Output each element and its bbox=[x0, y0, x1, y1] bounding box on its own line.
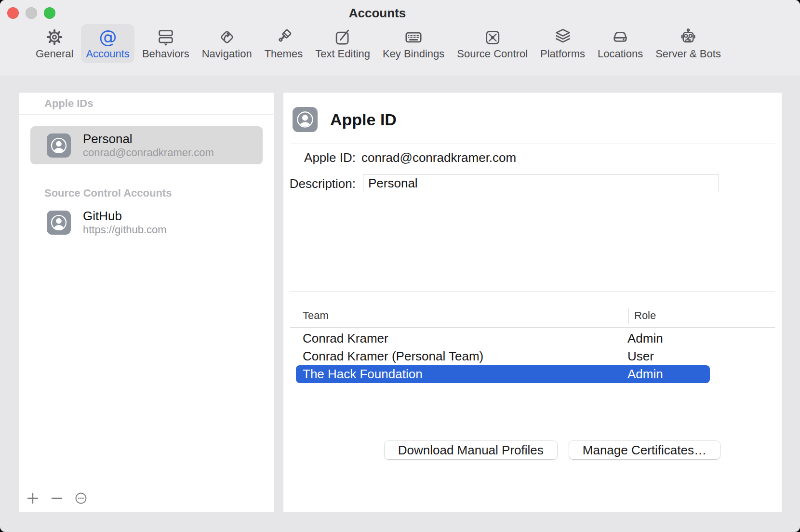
role-cell: Admin bbox=[622, 367, 663, 382]
drive-icon bbox=[610, 27, 630, 47]
divider bbox=[290, 144, 775, 144]
minus-icon remove-account-button[interactable] bbox=[50, 491, 64, 505]
description-label: Description: bbox=[283, 176, 356, 191]
account-subtitle: https://github.com bbox=[83, 224, 167, 236]
window-title: Accounts bbox=[349, 6, 406, 21]
tab-accounts[interactable]: @ Accounts bbox=[81, 24, 134, 63]
description-input[interactable] bbox=[363, 174, 719, 192]
apple-id-detail-panel: Apple ID Apple ID: conrad@conradkramer.c… bbox=[283, 93, 782, 512]
tab-navigation[interactable]: Navigation bbox=[197, 24, 257, 63]
tab-platforms[interactable]: Platforms bbox=[535, 24, 590, 63]
zoom-button[interactable] bbox=[44, 7, 55, 19]
tab-label: Navigation bbox=[202, 48, 252, 60]
robot-icon bbox=[678, 27, 698, 47]
column-header-team: Team bbox=[303, 309, 329, 322]
detail-buttons: Download Manual Profiles Manage Certific… bbox=[385, 441, 720, 459]
person-avatar-icon bbox=[47, 211, 71, 235]
teams-table: Conrad Kramer Admin Conrad Kramer (Perso… bbox=[296, 330, 710, 383]
behaviors-icon bbox=[156, 27, 176, 47]
title-toolbar-area: Accounts General @ Accounts bbox=[0, 0, 800, 76]
plus-icon add-account-button[interactable] bbox=[26, 491, 40, 505]
tab-label: Accounts bbox=[86, 48, 130, 60]
ellipsis-circle-icon more-options-button[interactable] bbox=[74, 491, 88, 505]
manage-certificates-button[interactable]: Manage Certificates… bbox=[569, 441, 720, 459]
tab-text-editing[interactable]: Text Editing bbox=[310, 24, 375, 63]
account-title: GitHub bbox=[83, 209, 167, 223]
role-cell: User bbox=[622, 349, 654, 364]
detail-title: Apple ID bbox=[330, 110, 397, 129]
person-avatar-icon bbox=[293, 107, 318, 132]
tab-label: Themes bbox=[265, 48, 303, 60]
tab-label: Behaviors bbox=[142, 48, 189, 60]
account-title: Personal bbox=[83, 132, 214, 146]
role-cell: Admin bbox=[622, 331, 663, 346]
gear-icon bbox=[44, 27, 65, 47]
download-manual-profiles-button[interactable]: Download Manual Profiles bbox=[385, 441, 557, 459]
minimize-button[interactable] bbox=[26, 7, 37, 19]
table-row[interactable]: Conrad Kramer Admin bbox=[296, 330, 710, 347]
column-separator bbox=[628, 308, 629, 324]
source-control-icon bbox=[482, 27, 503, 47]
tab-label: Text Editing bbox=[315, 48, 370, 60]
text-editing-icon bbox=[333, 27, 353, 47]
at-icon: @ bbox=[98, 27, 118, 47]
tab-server-bots[interactable]: Server & Bots bbox=[651, 24, 726, 63]
navigation-icon bbox=[217, 27, 237, 47]
account-subtitle: conrad@conradkramer.com bbox=[83, 147, 214, 159]
tab-source-control[interactable]: Source Control bbox=[452, 24, 533, 63]
tab-label: Server & Bots bbox=[655, 48, 721, 60]
tab-label: Platforms bbox=[540, 48, 585, 60]
table-row[interactable]: Conrad Kramer (Personal Team) User bbox=[296, 347, 710, 365]
tab-label: Source Control bbox=[457, 48, 528, 60]
tab-themes[interactable]: Themes bbox=[260, 24, 307, 63]
tab-key-bindings[interactable]: Key Bindings bbox=[378, 24, 449, 63]
settings-toolbar: General @ Accounts Behaviors bbox=[0, 24, 757, 63]
accounts-sidebar: Apple IDs Personal conrad@conradkramer.c… bbox=[19, 93, 274, 512]
tab-general[interactable]: General bbox=[31, 24, 78, 63]
team-cell: Conrad Kramer bbox=[296, 331, 622, 346]
table-row-selected[interactable]: The Hack Foundation Admin bbox=[296, 365, 710, 383]
tab-label: General bbox=[36, 48, 73, 60]
sidebar-section-source-control: Source Control Accounts bbox=[44, 187, 172, 200]
apple-id-value: conrad@conradkramer.com bbox=[361, 150, 516, 165]
team-cell: The Hack Foundation bbox=[296, 367, 622, 382]
sidebar-item-github[interactable]: GitHub https://github.com bbox=[30, 203, 263, 241]
sidebar-item-personal[interactable]: Personal conrad@conradkramer.com bbox=[30, 126, 263, 164]
tab-behaviors[interactable]: Behaviors bbox=[137, 24, 194, 63]
tab-label: Locations bbox=[598, 48, 643, 60]
teams-table-header: Team Role bbox=[290, 303, 775, 328]
sidebar-actions bbox=[26, 488, 88, 509]
person-avatar-icon bbox=[47, 133, 71, 158]
sidebar-section-apple-ids: Apple IDs bbox=[19, 93, 274, 115]
paintbrush-icon bbox=[273, 27, 293, 47]
tab-label: Key Bindings bbox=[383, 48, 444, 60]
xcode-settings-window: Accounts General @ Accounts bbox=[0, 0, 800, 532]
platforms-icon bbox=[553, 27, 573, 47]
close-button[interactable] bbox=[7, 7, 19, 19]
divider bbox=[290, 291, 775, 292]
detail-header: Apple ID bbox=[293, 107, 397, 132]
svg-text:@: @ bbox=[99, 27, 117, 47]
team-cell: Conrad Kramer (Personal Team) bbox=[296, 349, 622, 364]
tab-locations[interactable]: Locations bbox=[593, 24, 648, 63]
traffic-lights bbox=[7, 7, 55, 19]
column-header-role: Role bbox=[634, 309, 656, 322]
keyboard-icon bbox=[403, 27, 424, 47]
apple-id-label: Apple ID: bbox=[283, 150, 356, 165]
